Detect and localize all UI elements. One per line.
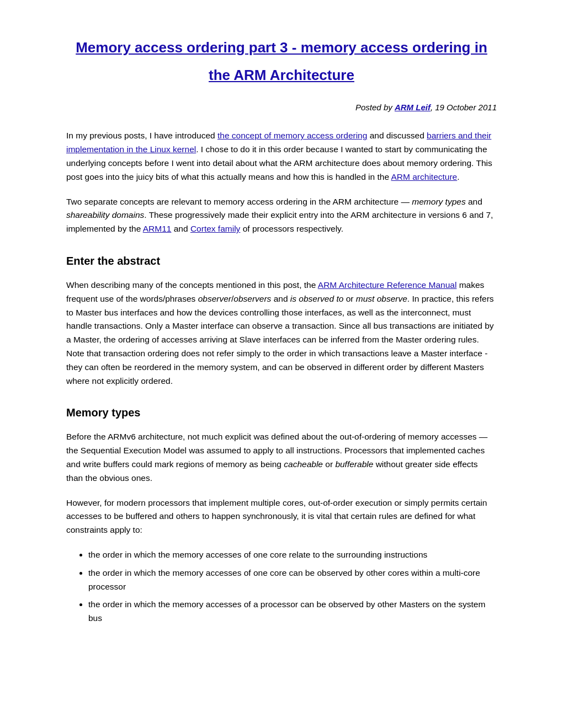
cortex-family-link[interactable]: Cortex family	[190, 224, 240, 233]
memory-access-ordering-link[interactable]: the concept of memory access ordering	[217, 131, 367, 140]
bullet-item-1: the order in which the memory accesses o…	[88, 548, 497, 562]
memory-types-paragraph-1: Before the ARMv6 architecture, not much …	[66, 430, 497, 485]
intro-paragraph-2: Two separate concepts are relevant to me…	[66, 195, 497, 236]
post-date: , 19 October 2011	[431, 103, 497, 112]
enter-abstract-paragraph: When describing many of the concepts men…	[66, 279, 497, 388]
article-title: Memory access ordering part 3 - memory a…	[66, 33, 497, 88]
arm-architecture-link[interactable]: ARM architecture	[391, 172, 458, 181]
bullet-item-2: the order in which the memory accesses o…	[88, 566, 497, 594]
memory-types-bullet-list: the order in which the memory accesses o…	[88, 548, 497, 625]
posted-by-line: Posted by ARM Leif, 19 October 2011	[66, 101, 497, 114]
posted-by-label: Posted by	[355, 103, 395, 112]
author-link[interactable]: ARM Leif	[395, 103, 431, 112]
memory-types-heading: Memory types	[66, 404, 497, 421]
bullet-item-3: the order in which the memory accesses o…	[88, 598, 497, 625]
intro-paragraph-1: In my previous posts, I have introduced …	[66, 129, 497, 184]
page-container: Memory access ordering part 3 - memory a…	[33, 0, 530, 670]
article-title-link[interactable]: Memory access ordering part 3 - memory a…	[76, 39, 487, 83]
enter-abstract-heading: Enter the abstract	[66, 253, 497, 270]
arm-architecture-reference-manual-link[interactable]: ARM Architecture Reference Manual	[318, 280, 457, 290]
memory-types-paragraph-2: However, for modern processors that impl…	[66, 496, 497, 537]
arm11-link[interactable]: ARM11	[143, 224, 172, 233]
